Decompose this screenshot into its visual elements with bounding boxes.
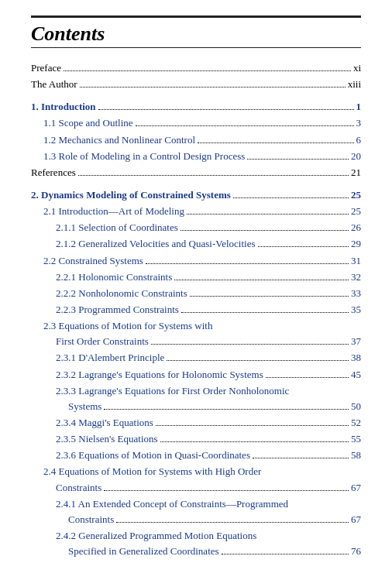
toc-entry: 2.1.1 Selection of Coordinates26 — [31, 220, 361, 235]
toc-entry: 2. Dynamics Modeling of Constrained Syst… — [31, 187, 361, 203]
toc-entry: 1.2 Mechanics and Nonlinear Control6 — [31, 132, 361, 148]
toc-entry: 2.3.4 Maggi's Equations52 — [31, 415, 361, 431]
toc-entry: 2.1 Introduction—Art of Modeling25 — [31, 204, 361, 219]
toc-multiline-entry: 2.3 Equations of Motion for Systems with… — [31, 318, 361, 349]
toc-entry: 2.3.1 D'Alembert Principle38 — [31, 350, 361, 366]
toc-entry: 1.1 Scope and Outline3 — [31, 115, 361, 131]
toc-entry: 1. Introduction1 — [31, 99, 361, 115]
toc-entry: 2.1.2 Generalized Velocities and Quasi-V… — [31, 236, 361, 252]
toc-entry: 2.3.5 Nielsen's Equations55 — [31, 431, 361, 447]
toc-entry: 2.2.3 Programmed Constraints35 — [31, 302, 361, 318]
toc-entry: 2.3.6 Equations of Motion in Quasi-Coord… — [31, 448, 361, 463]
toc-multiline-entry: 2.4.3 Generalized Programmed Motion Equa… — [31, 560, 361, 563]
toc-entry: Prefacexi — [31, 60, 361, 76]
contents-heading: Contents — [31, 22, 361, 46]
toc-entry: 1.3 Role of Modeling in a Control Design… — [31, 149, 361, 164]
toc-entry: References21 — [31, 165, 361, 180]
toc-multiline-entry: 2.4.2 Generalized Programmed Motion Equa… — [31, 528, 361, 559]
toc-multiline-entry: 2.4 Equations of Motion for Systems with… — [31, 464, 361, 495]
toc-entry: The Authorxiii — [31, 77, 361, 92]
toc-entry: 2.2 Constrained Systems31 — [31, 253, 361, 269]
toc-container: PrefacexiThe Authorxiii1. Introduction11… — [31, 60, 361, 563]
toc-entry: 2.2.1 Holonomic Constraints32 — [31, 269, 361, 285]
toc-entry: 2.3.2 Lagrange's Equations for Holonomic… — [31, 367, 361, 383]
toc-multiline-entry: 2.4.1 An Extended Concept of Constraints… — [31, 496, 361, 527]
toc-entry: 2.2.2 Nonholonomic Constraints33 — [31, 286, 361, 301]
title-underline — [31, 47, 361, 48]
toc-multiline-entry: 2.3.3 Lagrange's Equations for First Ord… — [31, 383, 361, 414]
title-bar — [31, 15, 361, 18]
